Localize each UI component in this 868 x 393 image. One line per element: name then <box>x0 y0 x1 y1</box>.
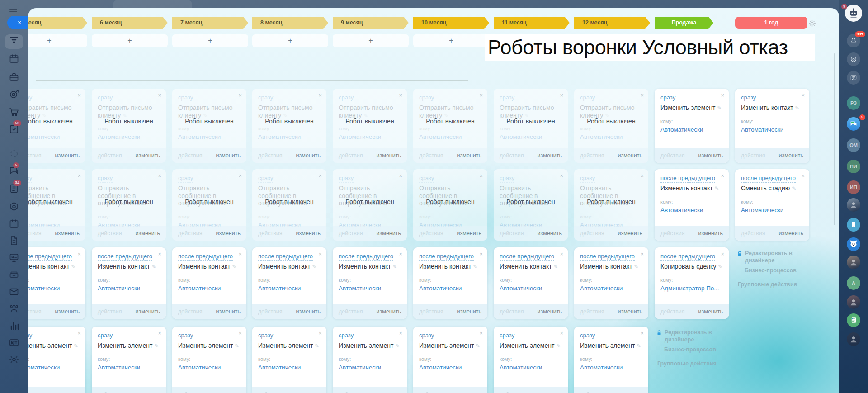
close-card-icon[interactable]: × <box>399 251 402 257</box>
trigger-link[interactable]: после предыдущего <box>580 253 635 261</box>
footer-actions-link[interactable]: действия <box>339 230 363 237</box>
add-robot-button[interactable]: + <box>333 34 409 47</box>
trigger-link[interactable]: сразу <box>339 175 354 183</box>
trigger-link[interactable]: после предыдущего <box>419 253 474 261</box>
add-robot-button[interactable]: + <box>28 34 87 47</box>
trigger-link[interactable]: сразу <box>28 332 32 340</box>
edit-pencil-icon[interactable]: ✎ <box>74 343 78 349</box>
edit-pencil-icon[interactable]: ✎ <box>795 105 800 111</box>
automation-card[interactable]: ×после предыдущегоИзменить контакт✎кому:… <box>574 247 648 319</box>
close-card-icon[interactable]: × <box>801 173 805 179</box>
close-card-icon[interactable]: × <box>399 92 402 98</box>
user-photo-3[interactable] <box>847 295 860 309</box>
footer-edit-link[interactable]: изменить <box>55 308 80 315</box>
sidebar-item-calendar-2[interactable] <box>9 218 19 229</box>
recipient-link[interactable]: Автоматически <box>339 133 401 140</box>
automation-card[interactable]: ×сразуИзменить элемент✎кому:Автоматическ… <box>28 327 85 393</box>
footer-actions-link[interactable]: действия <box>580 308 604 315</box>
automation-card[interactable]: ×сразуОтправить сообщение в открытую лин… <box>92 169 166 241</box>
footer-actions-link[interactable]: действия <box>98 230 122 237</box>
footer-edit-link[interactable]: изменить <box>55 391 80 393</box>
action-label[interactable]: Изменить контакт✎ <box>419 263 481 270</box>
close-card-icon[interactable]: × <box>560 251 563 257</box>
automation-card[interactable]: ×сразуОтправить письмо клиенту✎кому:Авто… <box>333 89 407 163</box>
recipient-link[interactable]: Автоматически <box>580 285 642 292</box>
edit-pencil-icon[interactable]: ✎ <box>232 264 237 270</box>
footer-actions-link[interactable]: действия <box>580 391 604 393</box>
automation-card[interactable]: ×сразуОтправить сообщение в открытую лин… <box>28 169 85 241</box>
stage-tab-2[interactable]: 6 месяц <box>92 17 168 29</box>
user-om[interactable]: ОМ <box>847 138 860 152</box>
action-label[interactable]: Отправить письмо клиенту✎ <box>339 104 401 119</box>
action-label[interactable]: Изменить контакт✎ <box>28 263 80 270</box>
close-card-icon[interactable]: × <box>77 92 81 98</box>
footer-actions-link[interactable]: действия <box>258 308 283 315</box>
recipient-link[interactable]: Автоматически <box>580 364 642 371</box>
footer-edit-link[interactable]: изменить <box>457 391 481 393</box>
footer-actions-link[interactable]: действия <box>660 152 685 159</box>
automation-card[interactable]: ×после предыдущегоИзменить контакт✎кому:… <box>655 169 729 241</box>
close-card-icon[interactable]: × <box>721 251 724 257</box>
recipient-link[interactable]: Автоматически <box>98 364 160 371</box>
scrollbar[interactable] <box>834 53 835 225</box>
footer-edit-link[interactable]: изменить <box>457 308 481 315</box>
action-label[interactable]: Изменить элемент✎ <box>339 342 401 350</box>
add-robot-button[interactable]: + <box>413 34 489 47</box>
footer-actions-link[interactable]: действия <box>28 152 42 159</box>
trigger-link[interactable]: сразу <box>98 94 113 102</box>
add-robot-button[interactable]: + <box>252 34 328 47</box>
automation-card[interactable]: ×сразуИзменить элемент✎кому:Автоматическ… <box>494 327 568 393</box>
trigger-link[interactable]: сразу <box>178 332 193 340</box>
close-card-icon[interactable]: × <box>479 251 483 257</box>
action-label[interactable]: Отправить письмо клиенту✎ <box>419 104 481 119</box>
footer-actions-link[interactable]: действия <box>339 308 363 315</box>
user-pi[interactable]: ПИ <box>847 160 860 173</box>
footer-actions-link[interactable]: действия <box>580 152 604 159</box>
close-card-icon[interactable]: × <box>479 173 483 179</box>
edit-pencil-icon[interactable]: ✎ <box>715 185 719 192</box>
close-card-icon[interactable]: × <box>158 92 161 98</box>
close-card-icon[interactable]: × <box>238 330 242 336</box>
notes-app[interactable] <box>847 313 860 327</box>
edit-pencil-icon[interactable]: ✎ <box>634 264 639 270</box>
action-label[interactable]: Изменить контакт✎ <box>178 263 241 270</box>
action-label[interactable]: Изменить контакт✎ <box>258 263 321 270</box>
footer-edit-link[interactable]: изменить <box>296 391 321 393</box>
dog-app[interactable] <box>847 237 860 251</box>
trigger-link[interactable]: сразу <box>98 175 113 183</box>
close-card-icon[interactable]: × <box>721 92 724 98</box>
add-robot-button[interactable]: + <box>92 34 168 47</box>
action-label[interactable]: Изменить элемент✎ <box>419 342 481 350</box>
recipient-link[interactable]: Автоматически <box>28 364 80 371</box>
footer-edit-link[interactable]: изменить <box>779 152 803 159</box>
action-label[interactable]: Изменить элемент✎ <box>28 342 80 350</box>
action-label[interactable]: Изменить элемент✎ <box>660 104 723 112</box>
footer-edit-link[interactable]: изменить <box>377 152 401 159</box>
automation-card[interactable]: ×сразуОтправить сообщение в открытую лин… <box>413 169 487 241</box>
edit-pencil-icon[interactable]: ✎ <box>152 264 156 270</box>
footer-actions-link[interactable]: действия <box>28 391 42 393</box>
footer-actions-link[interactable]: действия <box>98 308 122 315</box>
footer-actions-link[interactable]: действия <box>741 230 765 237</box>
close-card-icon[interactable]: × <box>238 251 242 257</box>
automation-card[interactable]: ×после предыдущегоИзменить контакт✎кому:… <box>494 247 568 319</box>
footer-actions-link[interactable]: действия <box>258 230 283 237</box>
recipient-link[interactable]: Автоматически <box>419 364 481 371</box>
action-label[interactable]: Копировать сделку✎ <box>660 263 723 270</box>
footer-edit-link[interactable]: изменить <box>457 152 481 159</box>
trigger-link[interactable]: сразу <box>741 94 756 102</box>
sidebar-item-files[interactable] <box>9 235 19 246</box>
recipient-link[interactable]: Автоматически <box>660 207 723 213</box>
automation-card[interactable]: ×сразуИзменить элемент✎кому:Автоматическ… <box>413 327 487 393</box>
footer-actions-link[interactable]: действия <box>500 308 524 315</box>
stage-tab-1[interactable]: 5 месяц <box>28 17 87 29</box>
footer-edit-link[interactable]: изменить <box>55 230 80 237</box>
edit-pencil-icon[interactable]: ✎ <box>235 343 239 349</box>
footer-actions-link[interactable]: действия <box>339 391 363 393</box>
close-card-icon[interactable]: × <box>238 92 242 98</box>
footer-edit-link[interactable]: изменить <box>618 152 642 159</box>
footer-actions-link[interactable]: действия <box>28 308 42 315</box>
footer-edit-link[interactable]: изменить <box>618 230 642 237</box>
footer-edit-link[interactable]: изменить <box>216 391 241 393</box>
automation-card[interactable]: ×сразуИзменить контакт✎кому:Автоматическ… <box>735 89 809 163</box>
